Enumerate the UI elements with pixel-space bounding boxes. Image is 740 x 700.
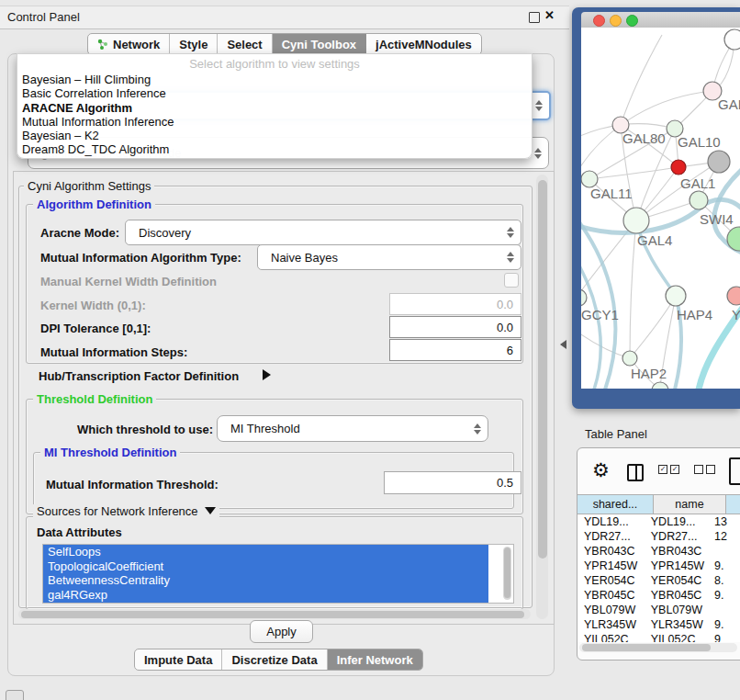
expander-down-icon[interactable]	[205, 507, 216, 514]
table-cell[interactable]: YPR145W	[645, 559, 708, 573]
network-node[interactable]	[581, 289, 587, 306]
network-node[interactable]	[666, 286, 686, 306]
tab-discretize-data[interactable]: Discretize Data	[222, 649, 327, 670]
expander-right-icon[interactable]	[263, 369, 271, 380]
network-node[interactable]	[690, 191, 708, 209]
table-cell[interactable]	[708, 603, 740, 617]
minimized-panel-icon[interactable]	[6, 690, 24, 700]
settings-horizontal-scrollbar[interactable]	[18, 609, 531, 619]
close-icon[interactable]: ✕	[544, 8, 555, 22]
network-edge[interactable]	[630, 220, 636, 358]
table-cell[interactable]: YLR345W	[645, 617, 708, 632]
table-cell[interactable]: YBL079W	[577, 603, 645, 617]
document-icon[interactable]	[729, 457, 740, 485]
which-threshold-combo[interactable]: MI Threshold	[217, 415, 488, 442]
table-cell[interactable]: 9.	[708, 559, 740, 573]
attribute-item-selected[interactable]: TopologicalCoefficient	[43, 559, 488, 574]
apply-button[interactable]: Apply	[250, 620, 313, 643]
table-cell[interactable]: YIL052C	[645, 632, 708, 642]
zoom-traffic-light-icon[interactable]	[626, 15, 638, 27]
table-cell[interactable]: YBR043C	[577, 544, 645, 559]
columns-icon[interactable]	[627, 464, 644, 481]
kernel-width-field[interactable]: 0.0	[389, 293, 521, 315]
float-window-icon[interactable]	[529, 12, 540, 23]
table-horizontal-scrollbar[interactable]	[579, 643, 737, 652]
table-cell[interactable]: YDL19...	[577, 514, 645, 529]
gear-icon[interactable]: ⚙	[592, 459, 610, 481]
unchecked-checkbox-icon[interactable]	[694, 465, 703, 474]
minimize-traffic-light-icon[interactable]	[610, 15, 622, 27]
attribute-item-selected[interactable]: SelfLoops	[43, 545, 488, 559]
manual-kernel-checkbox[interactable]	[504, 273, 519, 288]
table-cell[interactable]: 9.	[708, 617, 740, 632]
aracne-mode-combo[interactable]: Discovery	[125, 220, 521, 245]
tab-jactivemnodules[interactable]: jActiveMNodules	[366, 34, 481, 54]
table-cell[interactable]: YPR145W	[577, 559, 645, 573]
tab-network[interactable]: Network	[88, 34, 170, 54]
table-cell[interactable]: 9	[708, 632, 740, 642]
attribute-item-selected[interactable]: gal4RGexp	[43, 588, 488, 603]
table-cell[interactable]: 8.	[708, 573, 740, 588]
network-node[interactable]	[622, 351, 637, 366]
network-canvas[interactable]: GALGAL80GAL10GAL1GAL11SWI4GAL4GCY1HAP4YH…	[581, 28, 740, 389]
column-header[interactable]: shared...	[577, 494, 654, 514]
mi-threshold-field[interactable]: 0.5	[384, 471, 521, 494]
algorithm-option-selected[interactable]: ARACNE Algorithm	[17, 101, 532, 115]
tab-select[interactable]: Select	[218, 34, 272, 54]
table-row[interactable]: YDR27...YDR27...12	[577, 529, 740, 544]
unchecked-checkbox-icon[interactable]	[706, 465, 715, 474]
table-row[interactable]: YPR145WYPR145W9.	[577, 559, 740, 573]
table-cell[interactable]	[708, 544, 740, 559]
list-vertical-scrollbar[interactable]	[503, 547, 511, 600]
column-header[interactable]: A	[726, 494, 740, 514]
tab-impute-data[interactable]: Impute Data	[135, 649, 222, 670]
algorithm-option[interactable]: Bayesian – K2	[17, 129, 532, 142]
dpi-tolerance-field[interactable]: 0.0	[389, 316, 521, 338]
tab-cyni-toolbox[interactable]: Cyni Toolbox	[273, 34, 366, 54]
table-row[interactable]: YIL052CYIL052C9	[577, 632, 740, 642]
table-cell[interactable]: YBR045C	[577, 588, 645, 603]
splitter-collapse-icon[interactable]	[560, 340, 566, 349]
table-row[interactable]: YLR345WYLR345W9.	[577, 617, 740, 632]
table-row[interactable]: YBL079WYBL079W	[577, 603, 740, 617]
close-traffic-light-icon[interactable]	[593, 15, 605, 27]
table-cell[interactable]: YER054C	[577, 573, 645, 588]
table-row[interactable]: YDL19...YDL19...13	[577, 514, 740, 529]
table-cell[interactable]: YDR27...	[645, 529, 708, 544]
network-node[interactable]	[671, 160, 686, 175]
table-cell[interactable]: YER054C	[645, 573, 708, 588]
table-cell[interactable]: YBR043C	[645, 544, 708, 559]
network-edge[interactable]	[621, 35, 662, 125]
table-row[interactable]: YBR043CYBR043C	[577, 544, 740, 559]
table-cell[interactable]: 12	[708, 529, 740, 544]
table-row[interactable]: YER054CYER054C8.	[577, 573, 740, 588]
checked-checkbox-icon[interactable]: ✓	[658, 465, 667, 474]
network-node[interactable]	[708, 151, 730, 173]
algorithm-option[interactable]: Dream8 DC_TDC Algorithm	[17, 142, 532, 156]
table-cell[interactable]: YIL052C	[577, 632, 645, 642]
table-row[interactable]: YBR045CYBR045C9.	[577, 588, 740, 603]
algorithm-option[interactable]: Mutual Information Inference	[17, 115, 532, 129]
network-window-titlebar[interactable]	[581, 12, 740, 28]
algorithm-option[interactable]: Bayesian – Hill Climbing	[17, 73, 532, 86]
table-cell[interactable]: YDL19...	[645, 514, 708, 529]
table-cell[interactable]: YLR345W	[577, 617, 645, 632]
column-header[interactable]: name	[654, 494, 726, 514]
checked-checkbox-icon[interactable]: ✓	[670, 465, 679, 474]
table-cell[interactable]: YBL079W	[645, 603, 708, 617]
algorithm-option[interactable]: Basic Correlation Inference	[17, 86, 532, 100]
network-edge[interactable]	[581, 331, 630, 358]
table-cell[interactable]: YDR27...	[577, 529, 645, 544]
attribute-item-selected[interactable]: BetweennessCentrality	[43, 573, 488, 588]
tab-infer-network[interactable]: Infer Network	[328, 649, 422, 670]
network-node[interactable]	[623, 208, 649, 233]
network-node[interactable]	[652, 382, 668, 389]
network-edge[interactable]	[589, 167, 678, 179]
table-cell[interactable]: 13	[708, 514, 740, 529]
mi-algorithm-type-combo[interactable]: Naive Bayes	[257, 244, 521, 270]
settings-vertical-scrollbar[interactable]	[536, 175, 548, 619]
network-node[interactable]	[724, 29, 740, 50]
mi-steps-field[interactable]: 6	[389, 339, 521, 361]
table-cell[interactable]: YBR045C	[645, 588, 708, 603]
table-cell[interactable]: 9.	[708, 588, 740, 603]
